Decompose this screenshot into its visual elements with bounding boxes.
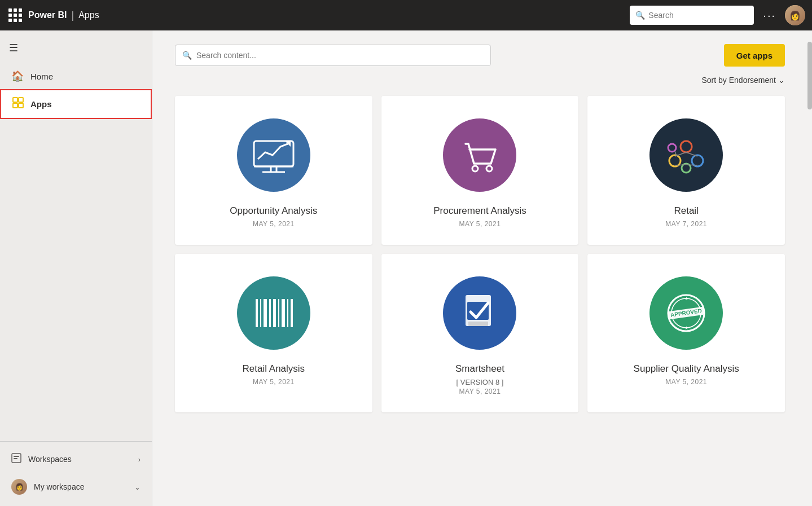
svg-rect-35 [468, 322, 488, 326]
sort-row: Sort by Endorsement ⌄ [175, 76, 785, 85]
app-date-procurement-analysis: MAY 5, 2021 [459, 220, 501, 228]
sidebar-item-apps[interactable]: Apps [0, 89, 152, 119]
svg-rect-26 [260, 299, 261, 327]
sidebar-item-my-workspace[interactable]: 👩 My workspace ⌄ [0, 472, 152, 501]
content-search-icon: 🔍 [182, 51, 192, 60]
sidebar: ☰ 🏠 Home Apps [0, 30, 152, 506]
apps-icon [12, 97, 24, 111]
home-icon: 🏠 [11, 70, 24, 82]
svg-rect-32 [287, 299, 288, 327]
svg-rect-6 [14, 458, 17, 459]
app-title-smartsheet: Smartsheet [455, 363, 504, 375]
svg-point-14 [486, 166, 492, 171]
waffle-menu-button[interactable] [7, 7, 24, 24]
svg-rect-30 [278, 299, 279, 327]
app-title-opportunity-analysis: Opportunity Analysis [230, 205, 317, 217]
app-title-retail: Retail [674, 205, 698, 217]
sidebar-item-home-label: Home [30, 72, 53, 81]
sidebar-bottom: Workspaces › 👩 My workspace ⌄ [0, 441, 152, 506]
app-version-smartsheet: [ VERSION 8 ] [457, 378, 504, 386]
sidebar-item-workspaces-label: Workspaces [28, 455, 72, 464]
svg-rect-25 [256, 299, 258, 327]
app-icon-procurement-analysis [443, 118, 516, 192]
app-icon-retail-analysis [237, 276, 310, 350]
app-card-retail-analysis[interactable]: Retail Analysis MAY 5, 2021 [175, 254, 372, 412]
app-date-opportunity-analysis: MAY 5, 2021 [253, 220, 295, 228]
content-area: 🔍 Get apps Sort by Endorsement ⌄ [152, 30, 807, 506]
svg-rect-28 [269, 299, 271, 327]
global-search-input[interactable] [648, 11, 748, 20]
app-title-retail-analysis: Retail Analysis [243, 363, 305, 375]
sidebar-item-apps-label: Apps [30, 99, 52, 109]
app-title-procurement-analysis: Procurement Analysis [433, 205, 526, 217]
svg-text:★: ★ [684, 296, 688, 301]
scrollbar-track[interactable] [807, 30, 812, 506]
my-workspace-avatar: 👩 [11, 479, 27, 495]
svg-rect-0 [13, 98, 17, 102]
sidebar-item-home[interactable]: 🏠 Home [0, 63, 152, 89]
svg-rect-3 [19, 103, 23, 108]
svg-text:★: ★ [671, 311, 675, 316]
svg-line-23 [686, 165, 697, 165]
svg-rect-2 [13, 103, 17, 108]
main-layout: ☰ 🏠 Home Apps [0, 30, 812, 506]
svg-text:★: ★ [684, 325, 688, 331]
get-apps-button[interactable]: Get apps [724, 44, 785, 67]
search-icon: 🔍 [635, 11, 645, 20]
sort-by-endorsement-button[interactable]: Sort by Endorsement [701, 76, 776, 85]
brand-separator: | [71, 10, 74, 21]
global-search-box[interactable]: 🔍 [630, 6, 754, 25]
apps-grid: Opportunity Analysis MAY 5, 2021 Procure… [175, 96, 785, 412]
sidebar-item-workspaces[interactable]: Workspaces › [0, 446, 152, 472]
svg-rect-5 [14, 456, 19, 457]
more-options-button[interactable]: ··· [758, 7, 780, 24]
svg-line-22 [675, 165, 686, 165]
content-search-input[interactable] [196, 51, 484, 60]
topbar: Power BI | Apps 🔍 ··· 👩 [0, 0, 812, 30]
app-card-smartsheet[interactable]: Smartsheet [ VERSION 8 ] MAY 5, 2021 [381, 254, 579, 412]
app-icon-retail [649, 118, 723, 192]
app-date-supplier-quality-analysis: MAY 5, 2021 [665, 378, 707, 386]
app-card-retail[interactable]: Retail MAY 7, 2021 [587, 96, 785, 245]
svg-line-21 [686, 152, 697, 156]
app-card-supplier-quality-analysis[interactable]: APPROVED ★ ★ ★ ★ Supplier Quality Analys… [587, 254, 785, 412]
workspaces-chevron-icon: › [138, 455, 141, 464]
sidebar-item-my-workspace-label: My workspace [34, 482, 84, 491]
app-card-procurement-analysis[interactable]: Procurement Analysis MAY 5, 2021 [381, 96, 579, 245]
app-date-retail-analysis: MAY 5, 2021 [253, 378, 295, 386]
svg-rect-27 [264, 299, 267, 327]
workspaces-icon [11, 453, 21, 465]
my-workspace-chevron-icon: ⌄ [134, 483, 141, 491]
brand-name: Power BI [28, 10, 67, 20]
app-date-smartsheet: MAY 5, 2021 [459, 388, 501, 395]
svg-rect-33 [291, 299, 293, 327]
user-avatar[interactable]: 👩 [785, 5, 805, 25]
svg-rect-29 [273, 299, 276, 327]
app-icon-opportunity-analysis [237, 118, 310, 192]
brand: Power BI | Apps [28, 10, 99, 21]
content-header: 🔍 Get apps [175, 44, 785, 67]
content-search-box[interactable]: 🔍 [175, 45, 491, 66]
avatar-image: 👩 [785, 5, 805, 25]
app-title-supplier-quality-analysis: Supplier Quality Analysis [634, 363, 739, 375]
svg-rect-1 [19, 98, 23, 102]
sort-chevron-icon: ⌄ [778, 76, 785, 85]
svg-point-15 [681, 141, 692, 152]
scrollbar-thumb[interactable] [807, 42, 812, 109]
brand-section: Apps [78, 10, 99, 20]
sidebar-toggle-button[interactable]: ☰ [0, 35, 152, 61]
svg-rect-31 [282, 299, 285, 327]
svg-point-19 [668, 144, 676, 152]
app-icon-supplier-quality-analysis: APPROVED ★ ★ ★ ★ [649, 276, 723, 350]
svg-text:★: ★ [697, 311, 701, 316]
svg-point-13 [472, 166, 478, 171]
app-card-opportunity-analysis[interactable]: Opportunity Analysis MAY 5, 2021 [175, 96, 372, 245]
app-date-retail: MAY 7, 2021 [665, 220, 707, 228]
app-icon-smartsheet [443, 276, 516, 350]
